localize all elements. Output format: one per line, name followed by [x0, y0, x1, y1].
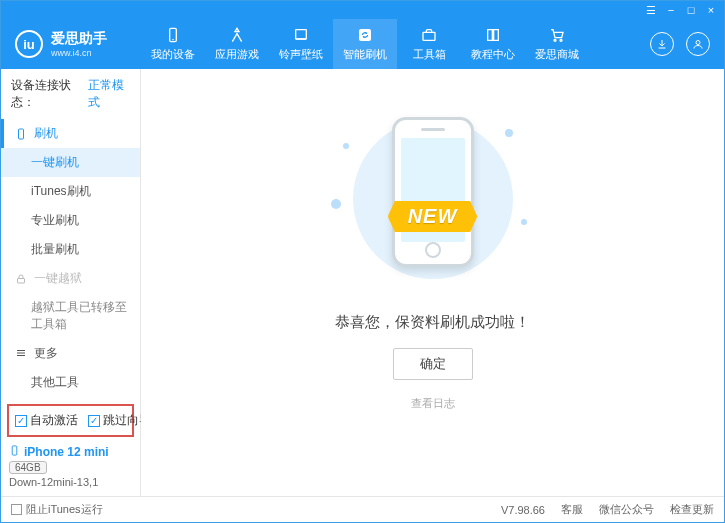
- refresh-icon: [356, 26, 374, 44]
- brand-text: 爱思助手 www.i4.cn: [51, 30, 107, 58]
- nav-label: 智能刷机: [343, 47, 387, 62]
- device-detail: Down-12mini-13,1: [9, 476, 132, 488]
- checkbox-label: 阻止iTunes运行: [26, 502, 103, 517]
- checkbox-icon: [11, 504, 22, 515]
- nav-toolbox[interactable]: 工具箱: [397, 19, 461, 69]
- customer-service-link[interactable]: 客服: [561, 502, 583, 517]
- book-icon: [484, 26, 502, 44]
- svg-rect-9: [18, 278, 25, 283]
- checkbox-auto-activate[interactable]: ✓ 自动激活: [15, 412, 78, 429]
- footer: 阻止iTunes运行 V7.98.66 客服 微信公众号 检查更新: [1, 496, 724, 522]
- nav-label: 应用游戏: [215, 47, 259, 62]
- sidebar-item-oneclick-flash[interactable]: 一键刷机: [1, 148, 140, 177]
- section-more[interactable]: 更多: [1, 339, 140, 368]
- phone-icon: [14, 128, 28, 140]
- titlebar-controls: ☰ − □ ×: [1, 1, 724, 19]
- phone-icon: [164, 26, 182, 44]
- maximize-button[interactable]: □: [684, 3, 698, 17]
- brand-url: www.i4.cn: [51, 48, 107, 58]
- download-button[interactable]: [650, 32, 674, 56]
- body: 设备连接状态： 正常模式 刷机 一键刷机 iTunes刷机 专业刷机 批量刷机 …: [1, 69, 724, 496]
- confirm-button[interactable]: 确定: [393, 348, 473, 380]
- nav-tutorials[interactable]: 教程中心: [461, 19, 525, 69]
- svg-point-7: [696, 41, 700, 45]
- section-title: 更多: [34, 345, 58, 362]
- phone-illustration-icon: [392, 117, 474, 267]
- dot-icon: [343, 143, 349, 149]
- nav-store[interactable]: 爱思商城: [525, 19, 589, 69]
- device-status: 设备连接状态： 正常模式: [1, 69, 140, 119]
- svg-rect-13: [12, 446, 17, 455]
- svg-rect-4: [423, 32, 435, 40]
- minimize-button[interactable]: −: [664, 3, 678, 17]
- menu-icon: [14, 347, 28, 359]
- apps-icon: [228, 26, 246, 44]
- dot-icon: [521, 219, 527, 225]
- app-window: ☰ − □ × iu 爱思助手 www.i4.cn 我的设备 应用游戏: [0, 0, 725, 523]
- wallpaper-icon: [292, 26, 310, 44]
- svg-point-6: [560, 39, 562, 41]
- sidebar: 设备连接状态： 正常模式 刷机 一键刷机 iTunes刷机 专业刷机 批量刷机 …: [1, 69, 141, 496]
- device-info[interactable]: iPhone 12 mini 64GB Down-12mini-13,1: [1, 441, 140, 496]
- sidebar-item-itunes-flash[interactable]: iTunes刷机: [1, 177, 140, 206]
- close-button[interactable]: ×: [704, 3, 718, 17]
- sidebar-item-pro-flash[interactable]: 专业刷机: [1, 206, 140, 235]
- device-top: iPhone 12 mini: [9, 445, 132, 459]
- nav-label: 我的设备: [151, 47, 195, 62]
- brand-logo-icon: iu: [15, 30, 43, 58]
- section-flash[interactable]: 刷机: [1, 119, 140, 148]
- header: ☰ − □ × iu 爱思助手 www.i4.cn 我的设备 应用游戏: [1, 1, 724, 69]
- nav-label: 爱思商城: [535, 47, 579, 62]
- device-name: iPhone 12 mini: [24, 445, 109, 459]
- cart-icon: [548, 26, 566, 44]
- check-update-link[interactable]: 检查更新: [670, 502, 714, 517]
- status-label: 设备连接状态：: [11, 77, 84, 111]
- headerbar: iu 爱思助手 www.i4.cn 我的设备 应用游戏 铃声壁纸: [1, 19, 724, 69]
- svg-rect-3: [359, 29, 371, 41]
- status-value: 正常模式: [88, 77, 130, 111]
- menu-icon[interactable]: ☰: [644, 3, 658, 17]
- toolbox-icon: [420, 26, 438, 44]
- sidebar-item-download-firmware[interactable]: 下载固件: [1, 397, 140, 398]
- main-content: NEW 恭喜您，保资料刷机成功啦！ 确定 查看日志: [141, 69, 724, 496]
- checkbox-block-itunes[interactable]: 阻止iTunes运行: [11, 502, 103, 517]
- success-message: 恭喜您，保资料刷机成功啦！: [335, 313, 530, 332]
- nav-label: 教程中心: [471, 47, 515, 62]
- sidebar-item-other-tools[interactable]: 其他工具: [1, 368, 140, 397]
- section-title: 刷机: [34, 125, 58, 142]
- options-highlight-box: ✓ 自动激活 ✓ 跳过向导: [7, 404, 134, 437]
- storage-badge: 64GB: [9, 461, 47, 474]
- footer-right: V7.98.66 客服 微信公众号 检查更新: [501, 502, 714, 517]
- version-label: V7.98.66: [501, 504, 545, 516]
- lock-icon: [14, 273, 28, 285]
- success-illustration: NEW: [313, 109, 553, 289]
- section-jailbreak[interactable]: 一键越狱: [1, 264, 140, 293]
- jailbreak-note: 越狱工具已转移至工具箱: [1, 293, 140, 339]
- brand-name: 爱思助手: [51, 30, 107, 48]
- svg-point-5: [554, 39, 556, 41]
- nav-smart-flash[interactable]: 智能刷机: [333, 19, 397, 69]
- user-button[interactable]: [686, 32, 710, 56]
- svg-rect-2: [296, 30, 307, 39]
- view-log-link[interactable]: 查看日志: [411, 396, 455, 411]
- sidebar-scroll: 设备连接状态： 正常模式 刷机 一键刷机 iTunes刷机 专业刷机 批量刷机 …: [1, 69, 140, 398]
- checkbox-label: 自动激活: [30, 412, 78, 429]
- check-icon: ✓: [88, 415, 100, 427]
- header-right: [650, 32, 724, 56]
- top-nav: 我的设备 应用游戏 铃声壁纸 智能刷机 工具箱: [141, 19, 650, 69]
- dot-icon: [331, 199, 341, 209]
- wechat-link[interactable]: 微信公众号: [599, 502, 654, 517]
- nav-my-device[interactable]: 我的设备: [141, 19, 205, 69]
- nav-apps-games[interactable]: 应用游戏: [205, 19, 269, 69]
- sidebar-item-batch-flash[interactable]: 批量刷机: [1, 235, 140, 264]
- check-icon: ✓: [15, 415, 27, 427]
- brand[interactable]: iu 爱思助手 www.i4.cn: [1, 30, 141, 58]
- section-title: 一键越狱: [34, 270, 82, 287]
- phone-icon: [9, 445, 20, 459]
- nav-ringtone-wallpaper[interactable]: 铃声壁纸: [269, 19, 333, 69]
- new-ribbon: NEW: [388, 201, 478, 232]
- dot-icon: [505, 129, 513, 137]
- nav-label: 铃声壁纸: [279, 47, 323, 62]
- nav-label: 工具箱: [413, 47, 446, 62]
- svg-rect-8: [19, 129, 24, 139]
